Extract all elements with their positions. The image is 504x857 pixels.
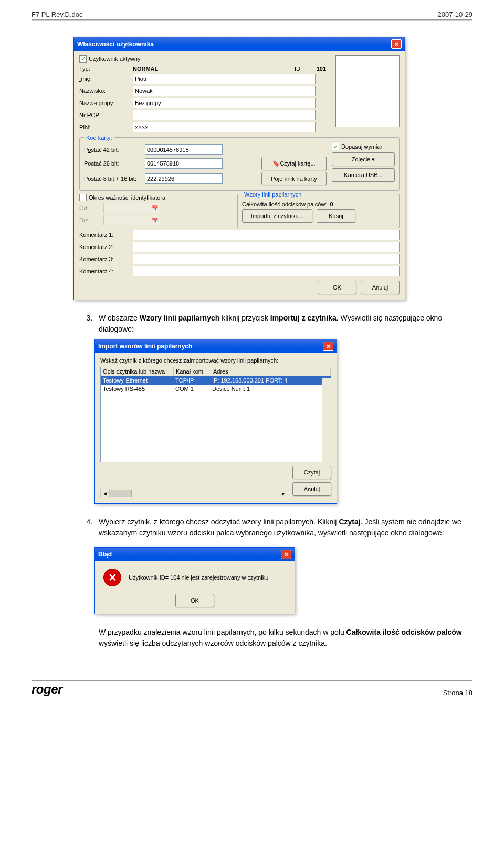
group-label: Nazwa grupy: — [79, 100, 130, 106]
doc-date: 2007-10-29 — [438, 11, 473, 18]
c816-label: Postać 8 bit + 16 bit: — [84, 175, 142, 182]
fp-count: 0 — [330, 201, 333, 208]
validity-label: Okres ważności identyfikatora: — [89, 194, 167, 201]
close-icon[interactable]: ✕ — [391, 39, 402, 49]
calendar-icon: 📅 — [152, 218, 158, 223]
card-container-button[interactable]: Pojemnik na karty — [261, 172, 327, 185]
fname-label: Imię: — [79, 76, 130, 82]
type-value: NORMAL — [133, 66, 212, 72]
comment3-input[interactable] — [133, 254, 400, 264]
photo-button[interactable]: Zdjęcie ▾ — [332, 152, 395, 166]
group-input[interactable]: Bez grupy — [133, 98, 316, 108]
vertical-scrollbar[interactable] — [322, 378, 331, 462]
fit-checkbox[interactable]: ✓ — [332, 143, 339, 150]
id-value: 101 — [305, 66, 326, 72]
close-icon[interactable]: ✕ — [323, 342, 333, 351]
col-channel[interactable]: Kanał kom — [174, 367, 211, 376]
error-message: Użytkownik ID= 104 nie jest zarejestrowa… — [129, 574, 268, 581]
comment4-label: Komentarz 4: — [79, 268, 130, 274]
comment1-label: Komentarz 1: — [79, 232, 130, 238]
comment3-label: Komentarz 3: — [79, 256, 130, 262]
read-button[interactable]: Czytaj — [292, 466, 331, 479]
pin-label: PIN: — [79, 124, 130, 130]
lname-label: Nazwisko: — [79, 88, 130, 94]
scroll-right-icon[interactable]: ► — [279, 489, 288, 498]
close-icon[interactable]: ✕ — [281, 550, 291, 559]
c42-label: Postać 42 bit: — [84, 147, 142, 153]
scroll-thumb[interactable] — [110, 490, 132, 497]
cancel-button[interactable]: Anuluj — [292, 482, 331, 496]
import-hint: Wskaż czytnik z którego chcesz zaimporto… — [100, 357, 331, 364]
from-label: Od: — [79, 205, 100, 211]
ok-button[interactable]: OK — [175, 594, 214, 607]
comment4-input[interactable] — [133, 266, 400, 276]
step-3: W obszarze Wzory linii papilarnych klikn… — [94, 313, 472, 335]
c816-input[interactable]: 222,29926 — [145, 173, 223, 184]
lname-input[interactable]: Nowak — [133, 86, 316, 96]
photo-preview — [335, 55, 400, 127]
active-checkbox[interactable]: ✓ — [79, 55, 87, 63]
list-row[interactable]: Testowy RS-485 COM 1 Device Num: 1 — [101, 385, 331, 393]
import-dialog: Import wzorów linii papilarnych ✕ Wskaż … — [94, 339, 337, 504]
c26-input[interactable]: 0014578918 — [145, 158, 223, 169]
col-name[interactable]: Opis czytnika lub nazwa — [101, 367, 174, 376]
rcp-input[interactable] — [133, 110, 316, 120]
usb-camera-button[interactable]: Kamera USB... — [332, 168, 395, 182]
c42-input[interactable]: 0000014578918 — [145, 144, 223, 155]
read-card-button[interactable]: 🔖 Czytaj kartę... — [261, 157, 327, 170]
rcp-label: Nr RCP: — [79, 112, 130, 118]
error-icon: ✕ — [103, 569, 121, 586]
fit-label: Dopasuj wymiar — [341, 143, 382, 150]
fp-group-title: Wzory linii papilarnych — [242, 191, 303, 198]
fp-total-label: Całkowita ilość odcisków palców: — [242, 201, 327, 208]
error-dialog: Błąd ✕ ✕ Użytkownik ID= 104 nie jest zar… — [94, 547, 295, 614]
scroll-left-icon[interactable]: ◄ — [101, 489, 110, 498]
comment2-input[interactable] — [133, 242, 400, 252]
page-number: Strona 18 — [443, 689, 472, 697]
list-row-selected[interactable]: Testowy-Ethernet TCP/IP IP: 192.168.000.… — [101, 376, 331, 385]
pin-input[interactable]: ×××× — [133, 122, 316, 132]
from-date: - -📅 — [103, 203, 160, 213]
cancel-button[interactable]: Anuluj — [361, 281, 400, 294]
c26-label: Postać 26 bit: — [84, 160, 142, 167]
to-label: Do: — [79, 217, 100, 223]
calendar-icon: 📅 — [152, 205, 158, 211]
type-label: Typ: — [79, 66, 130, 72]
clear-fp-button[interactable]: Kasuj — [317, 209, 355, 223]
comment1-input[interactable] — [133, 230, 400, 240]
brand-logo: roger — [32, 682, 62, 697]
to-date: - -📅 — [103, 215, 160, 225]
id-label: ID: — [295, 66, 302, 72]
ok-button[interactable]: OK — [318, 281, 356, 294]
doc-name: F7 PL Rev.D.doc — [32, 11, 83, 18]
col-address[interactable]: Adres — [211, 367, 331, 376]
card-group-title: Kod karty: — [84, 135, 114, 141]
tail-paragraph: W przypadku znalezienia wzoru linii papi… — [99, 627, 472, 649]
reader-list[interactable]: Opis czytnika lub nazwa Kanał kom Adres … — [100, 367, 331, 462]
horizontal-scrollbar[interactable]: ◄ ► — [100, 489, 288, 498]
fname-input[interactable]: Piotr — [133, 74, 316, 84]
import-fp-button[interactable]: Importuj z czytnika... — [242, 209, 312, 223]
error-title: Błąd — [98, 551, 112, 558]
import-title: Import wzorów linii papilarnych — [98, 343, 192, 350]
active-label: Użytkownik aktywny — [89, 56, 140, 62]
user-properties-dialog: Właściwości użytkownika ✕ ✓ Użytkownik a… — [74, 37, 405, 300]
comment2-label: Komentarz 2: — [79, 244, 130, 250]
validity-checkbox[interactable] — [79, 194, 87, 201]
dialog-title: Właściwości użytkownika — [77, 40, 154, 48]
step-4: Wybierz czytnik, z którego chcesz odczyt… — [94, 517, 472, 539]
